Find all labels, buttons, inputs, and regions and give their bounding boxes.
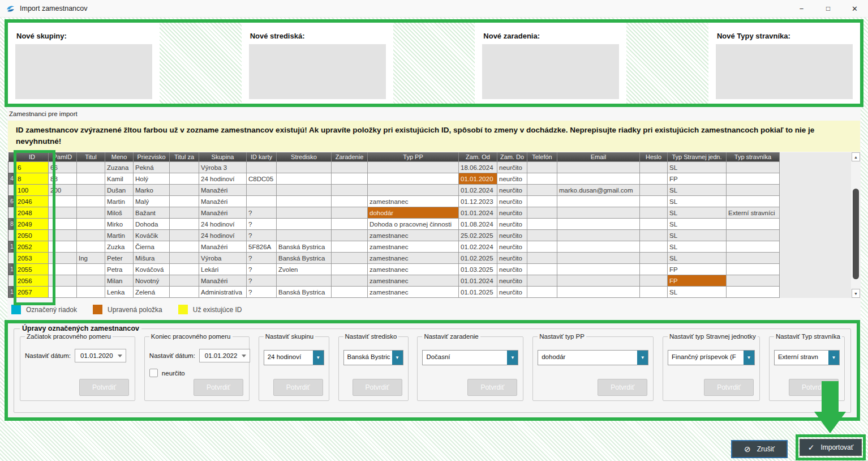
- cell-zam-od[interactable]: 01.02.2024: [459, 185, 497, 196]
- column-header-zam-od[interactable]: Zam. Od: [459, 152, 497, 162]
- cell-email[interactable]: [557, 173, 640, 185]
- cell-titul-za[interactable]: [170, 162, 199, 173]
- cell-zam-do[interactable]: neurčito: [497, 230, 527, 241]
- cell-zaradenie[interactable]: [332, 275, 368, 287]
- cell-telef-n[interactable]: [527, 162, 557, 173]
- cell-priezvisko[interactable]: Mišura: [134, 253, 170, 264]
- cell-zam-od[interactable]: 01.01.2024: [459, 275, 497, 287]
- cell-skupina[interactable]: Manažéri: [199, 275, 247, 287]
- cell-typ-pp[interactable]: [368, 173, 459, 185]
- cell-meno[interactable]: Martin: [105, 230, 134, 241]
- close-icon[interactable]: ✕: [841, 0, 868, 17]
- table-row[interactable]: 5100200DušanMarkoManažéri01.02.2024neurč…: [8, 185, 780, 196]
- cell-titul[interactable]: [77, 264, 105, 275]
- cell-typ-stravnej-jedn[interactable]: SL: [668, 253, 727, 264]
- cell-typ-stravn-ka[interactable]: [727, 185, 780, 196]
- cell-skupina[interactable]: Manažéri: [199, 207, 247, 219]
- cell-priezvisko[interactable]: Kováčik: [134, 230, 170, 241]
- cell-typ-stravn-ka[interactable]: [727, 275, 780, 287]
- cell-typ-pp[interactable]: Dohoda o pracovnej činnosti: [368, 219, 459, 230]
- cell-pamid[interactable]: [49, 196, 77, 207]
- cell-meno[interactable]: Peter: [105, 253, 134, 264]
- cell-typ-pp[interactable]: [368, 162, 459, 173]
- cell-id-karty[interactable]: ?: [247, 230, 277, 241]
- cell-typ-stravnej-jedn[interactable]: SL: [668, 230, 727, 241]
- cell-typ-stravnej-jedn[interactable]: FP: [668, 173, 727, 185]
- cell-heslo[interactable]: [640, 162, 668, 173]
- table-row[interactable]: 82049MirkoDohoda24 hodinoví?Dohoda o pra…: [8, 219, 780, 230]
- cell-typ-stravn-ka[interactable]: [727, 162, 780, 173]
- cell-typ-stravnej-jedn[interactable]: SL: [668, 287, 727, 298]
- cell-stredisko[interactable]: [277, 219, 332, 230]
- cell-titul[interactable]: [77, 162, 105, 173]
- cell-id-karty[interactable]: C8DC05: [247, 173, 277, 185]
- cell-typ-pp[interactable]: zamestnanec: [368, 241, 459, 253]
- cell-titul[interactable]: Ing: [77, 253, 105, 264]
- cell-typ-stravn-ka[interactable]: [727, 173, 780, 185]
- column-header-id[interactable]: ID: [16, 152, 49, 162]
- cell-typ-stravnej-jedn[interactable]: FP: [668, 275, 727, 287]
- cell-zam-od[interactable]: 01.01.2025: [459, 287, 497, 298]
- cell-email[interactable]: [557, 207, 640, 219]
- cell-skupina[interactable]: 24 hodinoví: [199, 173, 247, 185]
- cell-meno[interactable]: Petra: [105, 264, 134, 275]
- cell-titul-za[interactable]: [170, 253, 199, 264]
- cell-typ-pp[interactable]: zamestnanec: [368, 275, 459, 287]
- cell-titul-za[interactable]: [170, 275, 199, 287]
- cell-id-karty[interactable]: 5F826A: [247, 241, 277, 253]
- cell-email[interactable]: [557, 196, 640, 207]
- cell-typ-stravn-ka[interactable]: Externí stravníci: [727, 207, 780, 219]
- cell-titul[interactable]: [77, 196, 105, 207]
- cell-titul[interactable]: [77, 173, 105, 185]
- cell-heslo[interactable]: [640, 173, 668, 185]
- cell-zam-od[interactable]: 01.08.2024: [459, 219, 497, 230]
- cell-pamid[interactable]: 200: [49, 185, 77, 196]
- cell-id[interactable]: 2053: [16, 253, 49, 264]
- cell-id[interactable]: 100: [16, 185, 49, 196]
- cell-skupina[interactable]: Výroba 3: [199, 162, 247, 173]
- scrollbar-thumb[interactable]: [853, 189, 859, 279]
- combo-nastavi-stredisko[interactable]: Banská Bystric▼: [343, 350, 403, 365]
- confirm-button[interactable]: Potvrdiť: [467, 379, 517, 396]
- cell-typ-stravn-ka[interactable]: [727, 253, 780, 264]
- cell-heslo[interactable]: [640, 264, 668, 275]
- cell-priezvisko[interactable]: Novotný: [134, 275, 170, 287]
- table-row[interactable]: 72048MilošBažantManažéri?dohodár01.01.20…: [8, 207, 780, 219]
- cell-titul[interactable]: [77, 230, 105, 241]
- cell-zaradenie[interactable]: [332, 264, 368, 275]
- cell-zam-od[interactable]: 01.03.2025: [459, 264, 497, 275]
- cell-heslo[interactable]: [640, 219, 668, 230]
- cell-email[interactable]: marko.dusan@gmail.com: [557, 185, 640, 196]
- cell-stredisko[interactable]: Banská Bystrica: [277, 253, 332, 264]
- cell-typ-stravn-ka[interactable]: [727, 287, 780, 298]
- cell-telef-n[interactable]: [527, 241, 557, 253]
- table-row[interactable]: 12052ZuzkaČiernaManažéri5F826ABanská Bys…: [8, 241, 780, 253]
- cell-zaradenie[interactable]: [332, 287, 368, 298]
- cell-zam-do[interactable]: neurčito: [497, 287, 527, 298]
- neurcito-checkbox[interactable]: [149, 369, 158, 377]
- cell-zaradenie[interactable]: [332, 185, 368, 196]
- summary-panel-listbox[interactable]: [15, 44, 152, 99]
- cell-email[interactable]: [557, 275, 640, 287]
- cell-typ-pp[interactable]: zamestnanec: [368, 196, 459, 207]
- minimize-icon[interactable]: −: [788, 0, 815, 17]
- combo-nastavi-zaradenie[interactable]: Dočasní▼: [422, 350, 518, 365]
- cell-id[interactable]: 2056: [16, 275, 49, 287]
- cell-skupina[interactable]: Lekári: [199, 264, 247, 275]
- cell-meno[interactable]: Mirko: [105, 219, 134, 230]
- column-header-zaradenie[interactable]: Zaradenie: [332, 152, 368, 162]
- cell-meno[interactable]: Martin: [105, 196, 134, 207]
- cell-id[interactable]: 2046: [16, 196, 49, 207]
- cell-pamid[interactable]: [49, 219, 77, 230]
- cell-titul-za[interactable]: [170, 264, 199, 275]
- column-header-heslo[interactable]: Heslo: [640, 152, 668, 162]
- column-header-email[interactable]: Email: [557, 152, 640, 162]
- column-header-telef-n[interactable]: Telefón: [527, 152, 557, 162]
- cell-telef-n[interactable]: [527, 275, 557, 287]
- scroll-up-icon[interactable]: ▲: [852, 152, 860, 161]
- cell-titul-za[interactable]: [170, 185, 199, 196]
- cell-typ-stravn-ka[interactable]: [727, 219, 780, 230]
- cell-skupina[interactable]: 24 hodinoví: [199, 230, 247, 241]
- cell-zaradenie[interactable]: [332, 253, 368, 264]
- cell-pamid[interactable]: [49, 253, 77, 264]
